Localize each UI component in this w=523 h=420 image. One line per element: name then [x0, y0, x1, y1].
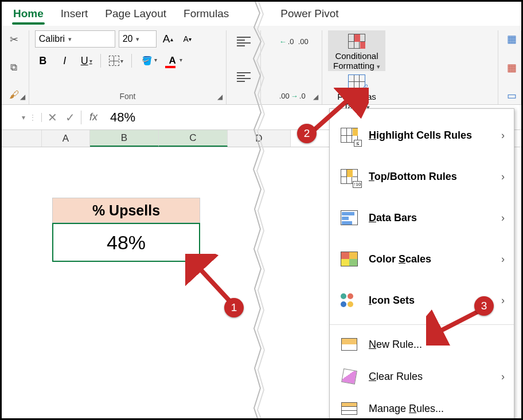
align-left-icon	[237, 37, 251, 46]
bold-button[interactable]: B	[35, 52, 51, 69]
conditional-formatting-icon	[348, 34, 365, 49]
tab-insert[interactable]: Insert	[60, 5, 89, 26]
menu-label: New Rule...	[369, 339, 505, 351]
menu-label: Data Bars	[369, 212, 492, 224]
fx-icon[interactable]: fx	[81, 111, 106, 123]
menu-data-bars[interactable]: Data Bars ›	[330, 197, 514, 238]
italic-button[interactable]: I	[57, 52, 73, 69]
chevron-down-icon[interactable]: ▾	[136, 36, 139, 43]
chevron-down-icon[interactable]: ▾	[68, 36, 72, 43]
chevron-right-icon: ›	[501, 295, 505, 307]
tab-power-pivot[interactable]: Power Pivot	[279, 5, 339, 26]
col-header-d[interactable]: D	[228, 130, 291, 147]
chevron-down-icon[interactable]: ▾	[120, 58, 123, 64]
cut-icon[interactable]: ✂	[10, 33, 18, 46]
chevron-down-icon[interactable]: ▾	[154, 57, 157, 63]
menu-manage-rules[interactable]: Manage Rules...	[330, 392, 514, 420]
menu-label: Top/Bottom Rules	[369, 171, 492, 183]
menu-top-bottom-rules[interactable]: ↑10 Top/Bottom Rules ›	[330, 156, 514, 197]
callout-1: 1	[224, 298, 244, 317]
font-size-combo[interactable]: 20▾	[119, 30, 157, 48]
menu-separator	[330, 324, 514, 325]
font-color-button[interactable]: A ▾	[163, 52, 182, 69]
cancel-icon[interactable]: ✕	[48, 111, 57, 124]
align-left-button-2[interactable]	[232, 69, 255, 86]
delete-cells-button[interactable]: ▦	[504, 59, 520, 76]
chevron-right-icon: ›	[501, 171, 505, 183]
chevron-right-icon: ›	[501, 212, 505, 224]
chevron-down-icon[interactable]: ▾	[179, 57, 182, 63]
chevron-down-icon[interactable]: ▾	[22, 113, 25, 121]
callout-2: 2	[297, 124, 317, 143]
decrease-font-button[interactable]: A▾	[179, 30, 196, 48]
clipboard-launcher-icon[interactable]: ◢	[20, 93, 25, 101]
delete-cells-icon: ▦	[507, 61, 517, 74]
increase-decimal-button[interactable]: ←.0 .00	[277, 33, 311, 50]
select-all-corner[interactable]	[2, 130, 42, 147]
borders-icon	[109, 56, 119, 66]
group-font: Calibri▾ 20▾ A▴ A▾ B I U▾ ▾ 🪣 ▾ A	[29, 30, 227, 104]
new-rule-icon	[339, 335, 360, 354]
decrease-decimal-button[interactable]: .00→.0	[277, 87, 308, 104]
menu-color-scales[interactable]: Color Scales ›	[330, 238, 514, 280]
data-bars-icon	[339, 209, 360, 227]
chevron-right-icon: ›	[501, 129, 505, 142]
fill-color-swatch	[140, 66, 150, 68]
group-cells: ▦ ▦ ▭	[498, 30, 521, 104]
borders-button[interactable]: ▾	[107, 52, 126, 69]
menu-clear-rules[interactable]: Clear Rules ›	[330, 360, 514, 392]
font-name-combo[interactable]: Calibri▾	[35, 30, 115, 48]
menu-label: HHighlight Cells Rulesighlight Cells Rul…	[369, 129, 492, 142]
chevron-down-icon: ▾	[377, 63, 380, 70]
group-clipboard: ✂ ⧉ 🖌 ◢	[2, 30, 29, 104]
cell-value-selected[interactable]: 48%	[52, 223, 200, 262]
top-bottom-icon: ↑10	[339, 167, 360, 186]
highlight-cells-icon: ≤	[339, 126, 360, 144]
menu-new-rule[interactable]: New Rule...	[330, 328, 514, 360]
group-number: ←.0 .00 .00→.0 ◢	[271, 30, 322, 104]
tab-formulas[interactable]: Formulas	[182, 5, 230, 26]
letter-a-icon: A	[169, 55, 176, 66]
format-cells-button[interactable]: ▭	[504, 87, 520, 104]
col-header-c[interactable]: C	[159, 130, 228, 147]
tab-page-layout[interactable]: Page Layout	[104, 5, 167, 26]
manage-rules-icon	[339, 399, 360, 418]
increase-font-button[interactable]: A▴	[160, 30, 176, 48]
chevron-right-icon: ›	[501, 253, 505, 265]
format-as-table-button[interactable]: 🖌 Format asTable ▾	[328, 71, 385, 112]
copy-icon[interactable]: ⧉	[10, 62, 17, 73]
chevron-down-icon[interactable]: ▾	[89, 58, 92, 64]
font-launcher-icon[interactable]: ◢	[217, 93, 223, 101]
cell-header-upsells[interactable]: % Upsells	[52, 198, 200, 223]
ribbon-tabs: Home Insert Page Layout Formulas Power P…	[2, 2, 521, 26]
menu-label: Color Scales	[369, 253, 492, 265]
group-alignment	[227, 30, 261, 104]
menu-highlight-cells-rules[interactable]: ≤ HHighlight Cells Rulesighlight Cells R…	[330, 115, 514, 156]
font-color-swatch	[165, 66, 175, 68]
name-box[interactable]: ▾⋮	[2, 113, 42, 122]
align-left-icon	[237, 72, 251, 82]
format-cells-icon: ▭	[507, 89, 517, 102]
conditional-formatting-menu: ≤ HHighlight Cells Rulesighlight Cells R…	[329, 108, 514, 420]
col-header-a[interactable]: A	[42, 130, 90, 147]
col-header-b[interactable]: B	[90, 130, 159, 147]
conditional-formatting-button[interactable]: ConditionalFormatting ▾	[328, 30, 385, 71]
number-launcher-icon[interactable]: ◢	[313, 93, 318, 101]
format-as-table-icon: 🖌	[348, 74, 365, 89]
align-left-button[interactable]	[232, 33, 255, 50]
insert-cells-button[interactable]: ▦	[504, 30, 520, 48]
menu-label: Manage Rules...	[369, 403, 505, 415]
insert-cells-icon: ▦	[507, 33, 517, 45]
format-painter-icon[interactable]: 🖌	[9, 89, 19, 101]
clear-rules-icon	[339, 367, 360, 386]
menu-label: Icon Sets	[369, 295, 492, 307]
callout-3: 3	[474, 296, 494, 316]
group-styles: ConditionalFormatting ▾ 🖌 Format asTable…	[322, 30, 498, 104]
formula-bar-value[interactable]: 48%	[106, 110, 135, 125]
underline-button[interactable]: U▾	[79, 52, 95, 69]
tab-home[interactable]: Home	[12, 5, 45, 26]
enter-icon[interactable]: ✓	[65, 111, 75, 124]
font-group-label: Font	[35, 92, 221, 104]
fill-color-button[interactable]: 🪣 ▾	[138, 52, 157, 69]
color-scales-icon	[339, 250, 360, 268]
